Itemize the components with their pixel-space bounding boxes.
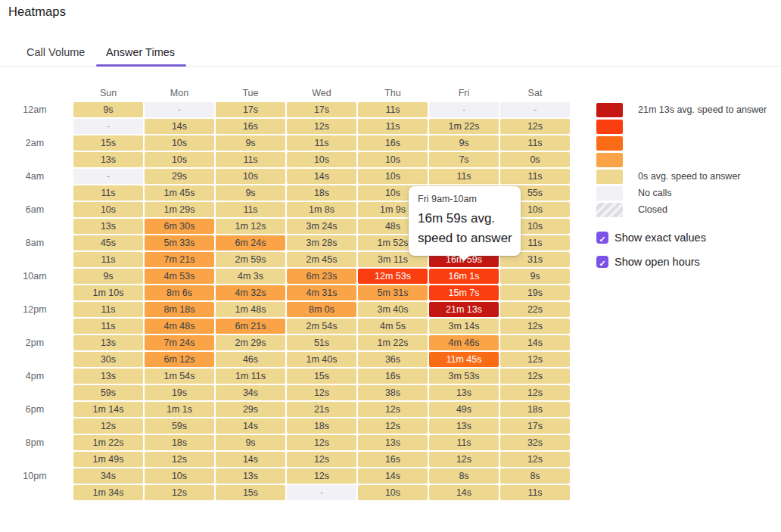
heatmap-cell[interactable]: 4m 5s bbox=[358, 319, 428, 334]
heatmap-cell[interactable]: 6m 24s bbox=[216, 235, 285, 250]
heatmap-cell[interactable]: - bbox=[500, 102, 570, 117]
checkbox-show-exact-values[interactable]: ✓ bbox=[596, 232, 608, 244]
heatmap-cell[interactable]: 8m 0s bbox=[287, 302, 356, 317]
heatmap-cell[interactable]: 12s bbox=[500, 369, 570, 384]
heatmap-cell[interactable]: 9s bbox=[216, 435, 285, 450]
heatmap-cell[interactable]: 16s bbox=[358, 369, 428, 384]
heatmap-cell[interactable]: 2m 29s bbox=[216, 335, 285, 350]
heatmap-cell[interactable]: 10s bbox=[145, 135, 214, 151]
heatmap-cell[interactable]: 14s bbox=[358, 468, 428, 484]
heatmap-cell[interactable]: 10s bbox=[287, 152, 356, 167]
heatmap-cell[interactable]: 10s bbox=[145, 468, 214, 484]
heatmap-cell[interactable]: 18s bbox=[287, 185, 356, 201]
heatmap-cell[interactable]: 1m 29s bbox=[145, 202, 214, 217]
heatmap-cell[interactable]: 12s bbox=[145, 452, 214, 467]
heatmap-cell[interactable]: 5m 33s bbox=[145, 235, 214, 250]
heatmap-cell[interactable]: 13s bbox=[216, 468, 285, 484]
heatmap-cell[interactable]: 3m 14s bbox=[429, 319, 499, 334]
checkbox-label-show-open-hours[interactable]: Show open hours bbox=[615, 256, 700, 269]
heatmap-cell[interactable]: 45s bbox=[73, 235, 143, 250]
tab-call-volume[interactable]: Call Volume bbox=[26, 46, 85, 58]
heatmap-cell[interactable]: 10s bbox=[358, 169, 428, 184]
heatmap-cell[interactable]: 15s bbox=[287, 369, 356, 384]
heatmap-cell[interactable]: 4m 53s bbox=[145, 269, 214, 284]
heatmap-cell[interactable]: 12s bbox=[73, 418, 143, 434]
heatmap-cell[interactable]: 12s bbox=[287, 468, 356, 484]
heatmap-cell[interactable]: 11m 45s bbox=[429, 352, 499, 367]
heatmap-cell[interactable]: - bbox=[429, 102, 499, 117]
heatmap-cell[interactable]: 19s bbox=[500, 285, 570, 300]
heatmap-cell[interactable]: 12s bbox=[358, 402, 428, 417]
heatmap-cell[interactable]: 4m 31s bbox=[287, 285, 356, 300]
heatmap-cell[interactable]: 11s bbox=[358, 102, 428, 117]
heatmap-cell[interactable]: 1m 22s bbox=[73, 435, 143, 450]
heatmap-cell[interactable]: 4m 32s bbox=[216, 285, 285, 300]
heatmap-cell[interactable]: 2m 54s bbox=[287, 319, 356, 334]
heatmap-cell[interactable]: 11s bbox=[73, 252, 143, 267]
heatmap-cell[interactable]: 1m 49s bbox=[73, 452, 143, 467]
heatmap-cell[interactable]: 11s bbox=[287, 135, 356, 151]
heatmap-cell[interactable]: 12s bbox=[287, 385, 356, 400]
heatmap-cell[interactable]: 1m 54s bbox=[145, 369, 214, 384]
heatmap-cell[interactable]: 15s bbox=[73, 135, 143, 151]
heatmap-cell[interactable]: 16s bbox=[216, 119, 285, 134]
heatmap-cell[interactable]: 13s bbox=[73, 369, 143, 384]
heatmap-cell[interactable]: 11s bbox=[500, 485, 570, 500]
heatmap-cell[interactable]: 12s bbox=[287, 119, 356, 134]
heatmap-cell[interactable]: 18s bbox=[500, 402, 570, 417]
heatmap-cell[interactable]: 14s bbox=[429, 485, 499, 500]
heatmap-cell[interactable]: 10s bbox=[145, 152, 214, 167]
heatmap-cell[interactable]: 12s bbox=[429, 452, 499, 467]
heatmap-cell[interactable]: 2m 45s bbox=[287, 252, 356, 267]
heatmap-cell[interactable]: 9s bbox=[73, 102, 143, 117]
heatmap-cell[interactable]: 4m 3s bbox=[216, 269, 285, 284]
heatmap-cell[interactable]: 16s bbox=[358, 452, 428, 467]
heatmap-cell[interactable]: 1m 40s bbox=[287, 352, 356, 367]
heatmap-cell[interactable]: 1m 14s bbox=[73, 402, 143, 417]
heatmap-cell[interactable]: 11s bbox=[429, 435, 499, 450]
heatmap-cell[interactable]: 11s bbox=[73, 302, 143, 317]
heatmap-cell[interactable]: 12s bbox=[500, 319, 570, 334]
heatmap-cell[interactable]: 18s bbox=[145, 435, 214, 450]
heatmap-cell[interactable]: 1m 34s bbox=[73, 485, 143, 500]
heatmap-cell[interactable]: 5m 31s bbox=[358, 285, 428, 300]
heatmap-cell[interactable]: 9s bbox=[216, 135, 285, 151]
heatmap-cell[interactable]: 15m 7s bbox=[429, 285, 499, 300]
heatmap-cell[interactable]: 4m 48s bbox=[145, 319, 214, 334]
heatmap-cell[interactable]: 10s bbox=[216, 169, 285, 184]
heatmap-cell[interactable]: 1m 1s bbox=[145, 402, 214, 417]
heatmap-cell[interactable]: 16m 1s bbox=[429, 269, 499, 284]
heatmap-cell[interactable]: 21m 13s bbox=[429, 302, 499, 317]
heatmap-cell[interactable]: 13s bbox=[429, 385, 499, 400]
heatmap-cell[interactable]: 12m 53s bbox=[358, 269, 428, 284]
heatmap-cell[interactable]: 59s bbox=[145, 418, 214, 434]
heatmap-cell[interactable]: 29s bbox=[216, 402, 285, 417]
heatmap-cell[interactable]: 7m 21s bbox=[145, 252, 214, 267]
heatmap-cell[interactable]: 14s bbox=[500, 335, 570, 350]
heatmap-cell[interactable]: 49s bbox=[429, 402, 499, 417]
heatmap-cell[interactable]: 1m 45s bbox=[145, 185, 214, 201]
heatmap-cell[interactable]: - bbox=[73, 169, 143, 184]
heatmap-cell[interactable]: 3m 40s bbox=[358, 302, 428, 317]
heatmap-cell[interactable]: 46s bbox=[216, 352, 285, 367]
heatmap-cell[interactable]: 11s bbox=[358, 119, 428, 134]
heatmap-cell[interactable]: 12s bbox=[500, 385, 570, 400]
heatmap-cell[interactable]: 14s bbox=[145, 119, 214, 134]
heatmap-cell[interactable]: 16s bbox=[358, 135, 428, 151]
heatmap-cell[interactable]: 11s bbox=[216, 152, 285, 167]
heatmap-cell[interactable]: 10s bbox=[358, 152, 428, 167]
heatmap-cell[interactable]: 8m 18s bbox=[145, 302, 214, 317]
heatmap-cell[interactable]: 1m 8s bbox=[287, 202, 356, 217]
heatmap-cell[interactable]: 32s bbox=[500, 435, 570, 450]
heatmap-cell[interactable]: 13s bbox=[73, 219, 143, 234]
heatmap-cell[interactable]: 11s bbox=[429, 169, 499, 184]
heatmap-cell[interactable]: 9s bbox=[429, 135, 499, 151]
heatmap-cell[interactable]: 29s bbox=[145, 169, 214, 184]
heatmap-cell[interactable]: 1m 22s bbox=[358, 335, 428, 350]
heatmap-cell[interactable]: 11s bbox=[500, 169, 570, 184]
heatmap-cell[interactable]: 17s bbox=[216, 102, 285, 117]
heatmap-cell[interactable]: 34s bbox=[73, 468, 143, 484]
heatmap-cell[interactable]: 10s bbox=[73, 202, 143, 217]
heatmap-cell[interactable]: 13s bbox=[429, 418, 499, 434]
heatmap-cell[interactable]: 1m 48s bbox=[216, 302, 285, 317]
